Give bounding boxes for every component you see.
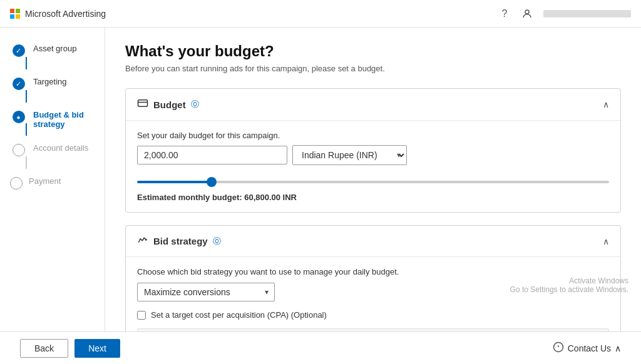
bid-strategy-select[interactable]: Maximize conversions Target CPA Manual C… <box>137 283 275 301</box>
svg-rect-1 <box>138 100 148 107</box>
sidebar-label-payment: Payment <box>29 176 61 186</box>
footer: Back Next Contact Us ∧ <box>0 331 641 364</box>
bid-select-wrapper: Maximize conversions Target CPA Manual C… <box>137 283 275 301</box>
svg-point-2 <box>146 240 147 241</box>
user-icon[interactable] <box>521 8 533 20</box>
sidebar-label-account: Account details <box>33 143 88 153</box>
sidebar-item-budget[interactable]: ● Budget & bid strategy <box>0 106 105 139</box>
bid-card-header-left: Bid strategy ⓪ <box>137 235 221 248</box>
page-title: What's your budget? <box>125 43 621 60</box>
budget-card-header-left: Budget ⓪ <box>137 98 199 111</box>
brand-name: Microsoft Advertising <box>25 9 106 19</box>
contact-chevron-icon: ∧ <box>615 343 621 353</box>
contact-icon <box>553 341 564 355</box>
step-line-4 <box>26 156 27 169</box>
bid-strategy-card: Bid strategy ⓪ ∧ Choose which bid strate… <box>125 225 621 331</box>
cpa-checkbox[interactable] <box>137 311 146 320</box>
budget-card-header: Budget ⓪ ∧ <box>126 89 620 121</box>
bid-help-icon[interactable]: ⓪ <box>213 236 221 247</box>
contact-us-label: Contact Us <box>568 343 611 353</box>
step-icon-payment <box>10 177 23 190</box>
cpa-checkbox-row: Set a target cost per acquisition (CPA) … <box>137 310 609 320</box>
bid-chevron-up[interactable]: ∧ <box>603 236 609 246</box>
sidebar-item-account[interactable]: Account details <box>0 139 105 173</box>
footer-left: Back Next <box>20 339 120 358</box>
budget-slider[interactable] <box>137 181 609 183</box>
budget-card-body: Set your daily budget for this campaign.… <box>126 121 620 212</box>
budget-input-row: Indian Rupee (INR) US Dollar (USD) Euro … <box>137 145 609 165</box>
user-info-bar <box>543 10 631 18</box>
step-icon-budget: ● <box>13 111 25 123</box>
sidebar-label-targeting: Targeting <box>33 77 66 86</box>
header-left: Microsoft Advertising <box>10 9 106 19</box>
budget-card: Budget ⓪ ∧ Set your daily budget for thi… <box>125 88 621 213</box>
sidebar-item-payment[interactable]: Payment <box>0 173 105 193</box>
header: Microsoft Advertising ? <box>0 0 641 28</box>
step-icon-targeting: ✓ <box>13 78 25 90</box>
budget-field-label: Set your daily budget for this campaign. <box>137 131 609 140</box>
main-content: What's your budget? Before you can start… <box>105 28 641 331</box>
sidebar-item-asset-group[interactable]: ✓ Asset group <box>0 40 105 73</box>
monthly-budget-label: Estimated monthly budget: 60,800.00 INR <box>137 193 609 202</box>
contact-us-button[interactable]: Contact Us ∧ <box>553 341 621 355</box>
bid-icon <box>137 235 148 248</box>
budget-icon <box>137 98 148 111</box>
step-line-3 <box>26 123 27 136</box>
svg-point-0 <box>525 10 529 14</box>
info-box: ℹ You must set up conversion tracking af… <box>137 328 609 331</box>
sidebar-label-asset-group: Asset group <box>33 44 76 53</box>
bid-card-header: Bid strategy ⓪ ∧ <box>126 226 620 257</box>
currency-select-wrapper: Indian Rupee (INR) US Dollar (USD) Euro … <box>292 145 407 165</box>
budget-card-title: Budget <box>153 99 186 110</box>
step-line-1 <box>26 57 27 69</box>
microsoft-logo <box>10 9 20 19</box>
currency-select[interactable]: Indian Rupee (INR) US Dollar (USD) Euro … <box>292 145 407 165</box>
budget-help-icon[interactable]: ⓪ <box>191 99 199 110</box>
help-icon[interactable]: ? <box>498 8 511 20</box>
slider-container <box>137 175 609 185</box>
bid-field-label: Choose which bid strategy you want to us… <box>137 267 609 276</box>
cpa-checkbox-label: Set a target cost per acquisition (CPA) … <box>151 310 327 320</box>
layout: ✓ Asset group ✓ Targeting ● Budget & bid… <box>0 28 641 331</box>
step-line-2 <box>26 90 27 103</box>
header-right: ? <box>498 8 631 20</box>
sidebar: ✓ Asset group ✓ Targeting ● Budget & bid… <box>0 28 105 331</box>
page-subtitle: Before you can start running ads for thi… <box>125 64 621 73</box>
step-icon-asset-group: ✓ <box>13 44 25 57</box>
sidebar-label-budget: Budget & bid strategy <box>33 110 95 129</box>
step-icon-account <box>13 144 25 156</box>
next-button[interactable]: Next <box>74 339 120 358</box>
budget-chevron-up[interactable]: ∧ <box>603 99 609 109</box>
budget-input[interactable] <box>137 146 287 164</box>
bid-card-body: Choose which bid strategy you want to us… <box>126 257 620 331</box>
bid-card-title: Bid strategy <box>153 236 208 246</box>
back-button[interactable]: Back <box>20 339 68 358</box>
sidebar-item-targeting[interactable]: ✓ Targeting <box>0 73 105 106</box>
